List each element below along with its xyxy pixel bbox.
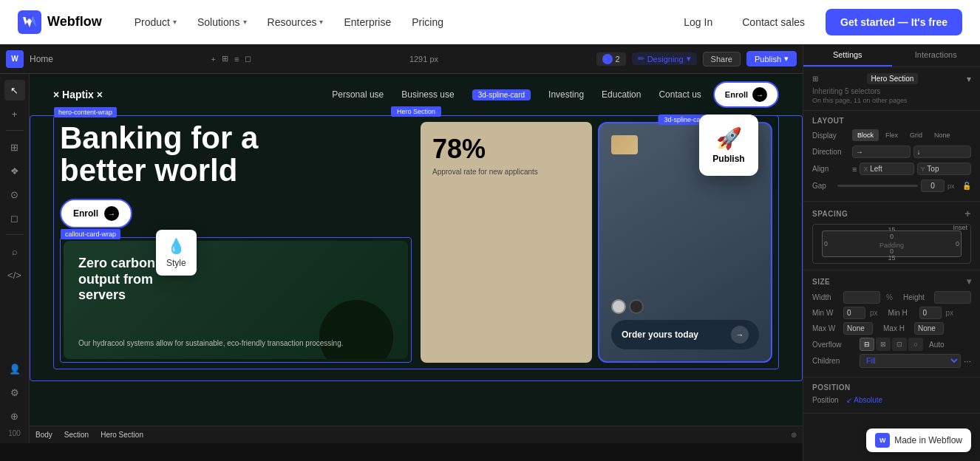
publish-button[interactable]: Publish ▾ xyxy=(746,51,797,66)
display-grid[interactable]: Grid xyxy=(905,129,928,141)
designing-badge[interactable]: ✏ Designing ▾ xyxy=(632,52,697,65)
width-height-row: Width Auto % Height Auto xyxy=(812,291,971,304)
gap-slider[interactable] xyxy=(837,185,918,187)
x-align-select[interactable]: X Left xyxy=(860,163,913,175)
statusbar-hero-section[interactable]: Hero Section xyxy=(101,431,143,439)
lock-icon: 🔓 xyxy=(962,182,971,190)
enroll-button-wrap: Enroll → xyxy=(60,199,132,228)
gap-label: Gap xyxy=(812,182,834,190)
gap-input[interactable]: 0 xyxy=(921,180,945,192)
hero-left-col: Banking for a better world Enroll → xyxy=(60,122,412,363)
pad-left-val[interactable]: 0 xyxy=(824,240,828,247)
nav-logo[interactable]: Webflow xyxy=(18,10,102,34)
nav-link-solutions[interactable]: Solutions ▾ xyxy=(188,10,256,34)
components-icon[interactable]: ❖ xyxy=(4,160,25,181)
height-input[interactable]: Auto xyxy=(934,291,971,304)
statusbar-section[interactable]: Section xyxy=(64,431,89,439)
size-section: Size ▾ Width Auto % Height Auto Min W px… xyxy=(803,270,980,378)
y-align-select[interactable]: Y Top xyxy=(917,163,971,175)
expand-icon[interactable]: ▾ xyxy=(967,74,971,84)
enroll-arrow-icon: → xyxy=(104,206,119,221)
users-icon[interactable]: 👤 xyxy=(4,358,25,379)
site-nav-right: Enroll → xyxy=(713,81,779,108)
nav-links: Product ▾ Solutions ▾ Resources ▾ Enterp… xyxy=(126,10,676,34)
layout-icon[interactable]: ⊞ xyxy=(222,54,228,64)
sidebar-divider xyxy=(6,130,24,131)
height-label: Height xyxy=(903,293,930,301)
panel-tabs: Settings Interactions xyxy=(803,44,980,67)
min-h-input[interactable] xyxy=(919,307,942,319)
site-nav-links-preview: Personal use Business use 3d-spline-card… xyxy=(332,89,701,100)
width-input[interactable]: Auto xyxy=(843,291,880,304)
layout-title: Layout xyxy=(812,117,971,125)
assets-icon[interactable]: ◻ xyxy=(245,54,251,64)
stat-card: 78% Approval rate for new applicants xyxy=(421,122,592,363)
pad-top-val[interactable]: 0 xyxy=(890,233,894,240)
position-value[interactable]: ↙ Absolute xyxy=(846,396,882,404)
navigator-icon[interactable]: ⊞ xyxy=(4,137,25,157)
made-in-webflow-badge[interactable]: W Made in Webflow xyxy=(866,428,971,452)
search-icon[interactable]: ⌕ xyxy=(4,241,25,262)
webflow-badge-icon: W xyxy=(875,433,890,448)
overflow-opt-2[interactable]: ⊠ xyxy=(876,338,891,351)
chevron-down-icon: ▾ xyxy=(319,18,323,26)
assets-panel-icon[interactable]: ◻ xyxy=(4,208,25,228)
display-flex[interactable]: Flex xyxy=(880,129,903,141)
spacing-outer-box: Inset 15 Padding 0 0 0 0 15 xyxy=(812,224,971,264)
display-block[interactable]: Block xyxy=(852,129,879,141)
spacing-inner-box: Padding 0 0 0 0 xyxy=(822,230,962,257)
max-w-label: Max W xyxy=(812,324,839,332)
margin-bottom-val[interactable]: 15 xyxy=(888,254,895,262)
cms-icon[interactable]: ⊙ xyxy=(4,184,25,205)
direction-wrap-select[interactable]: ↓ xyxy=(913,146,972,158)
zoom-icon[interactable]: ⊕ xyxy=(4,406,25,426)
display-row: Display Block Flex Grid None xyxy=(812,129,971,141)
nav-link-product[interactable]: Product ▾ xyxy=(126,10,186,34)
spacing-add-icon[interactable]: + xyxy=(964,208,971,219)
selector-section: ⊞ Hero Section ▾ Inheriting 5 selectors … xyxy=(803,67,980,111)
nav-link-pricing[interactable]: Pricing xyxy=(403,10,452,34)
callout-card-section: 💧 Style callout-card-wrap Zero carbon xyxy=(60,237,412,363)
pad-right-val[interactable]: 0 xyxy=(956,240,959,247)
nav-link-resources[interactable]: Resources ▾ xyxy=(259,10,333,34)
selector-icon-label: ⊞ xyxy=(812,75,818,83)
max-w-input[interactable] xyxy=(843,322,873,335)
hero-enroll-button[interactable]: Enroll → xyxy=(60,199,132,228)
editor-logo: W xyxy=(6,50,24,68)
nav-link-enterprise[interactable]: Enterprise xyxy=(335,10,400,34)
overflow-opt-4[interactable]: ○ xyxy=(908,338,923,351)
login-button[interactable]: Log In xyxy=(675,10,721,34)
min-w-input[interactable] xyxy=(843,307,865,319)
settings-tab[interactable]: Settings xyxy=(803,44,892,66)
position-title: Position xyxy=(812,383,971,392)
children-more-icon[interactable]: ··· xyxy=(964,356,971,366)
cursor-tool-icon[interactable]: ↖ xyxy=(4,80,25,100)
overflow-row: Overflow ⊟ ⊠ ⊡ ○ Auto xyxy=(812,338,971,351)
children-select[interactable]: Fill xyxy=(860,354,961,368)
selector-tag[interactable]: Hero Section xyxy=(867,73,919,84)
layout-section: Layout Display Block Flex Grid None Dire… xyxy=(803,111,980,202)
selector-header: ⊞ Hero Section ▾ xyxy=(812,73,971,84)
display-options: Block Flex Grid None xyxy=(852,129,971,141)
min-w-unit: px xyxy=(870,309,878,317)
contact-sales-button[interactable]: Contact sales xyxy=(733,10,814,34)
code-icon[interactable]: </> xyxy=(4,264,25,285)
get-started-button[interactable]: Get started — It's free xyxy=(826,9,962,35)
statusbar-body[interactable]: Body xyxy=(35,431,52,439)
children-label: Children xyxy=(812,357,857,365)
direction-select[interactable]: → xyxy=(852,146,911,158)
display-none[interactable]: None xyxy=(929,129,956,141)
callout-card-outline: callout-card-wrap Zero carbon output fro… xyxy=(60,237,412,363)
size-expand-icon[interactable]: ▾ xyxy=(967,276,972,287)
add-icon[interactable]: + xyxy=(211,55,216,64)
layers-icon[interactable]: ≡ xyxy=(234,55,239,64)
share-button[interactable]: Share xyxy=(703,52,741,66)
settings-icon[interactable]: ⚙ xyxy=(4,382,25,403)
overflow-opt-3[interactable]: ⊡ xyxy=(892,338,907,351)
overflow-opt-1[interactable]: ⊟ xyxy=(860,338,874,351)
max-h-input[interactable] xyxy=(914,322,944,335)
maxw-maxh-row: Max W Max H xyxy=(812,322,971,335)
interactions-tab[interactable]: Interactions xyxy=(892,44,981,66)
canvas-viewport[interactable]: × Haptix × Personal use Business use 3d-… xyxy=(30,74,803,443)
add-element-icon[interactable]: + xyxy=(4,103,25,124)
